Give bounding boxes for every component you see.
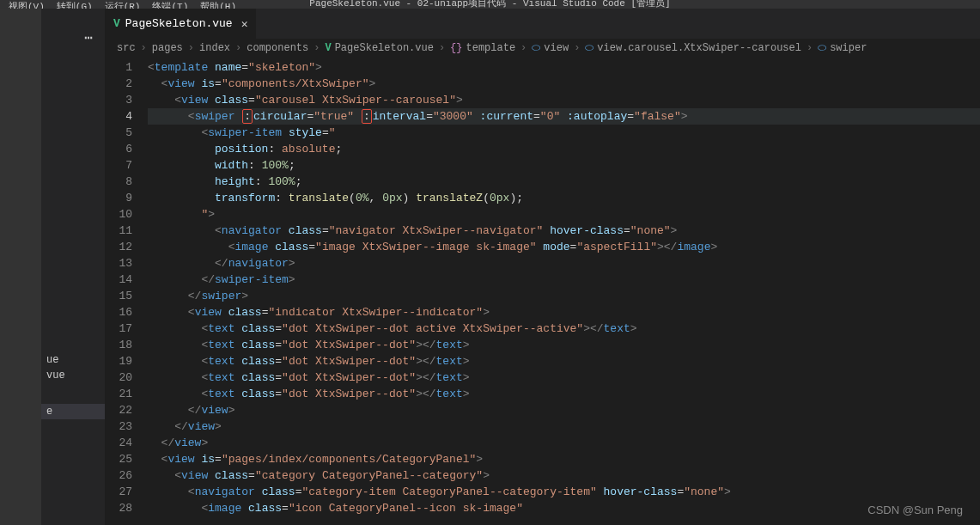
bc-item[interactable]: template [466,42,516,54]
menu-run[interactable]: 运行(R) [105,0,141,9]
code-editor[interactable]: 1234567891011121314151617181920212223242… [105,58,980,525]
menu-terminal[interactable]: 终端(T) [152,0,188,9]
bc-item[interactable]: view.carousel.XtxSwiper--carousel [597,42,801,54]
vue-icon: V [113,17,120,30]
sidebar-item[interactable]: vue [41,368,105,383]
bc-item[interactable]: swiper [830,42,867,54]
tab-pageskeleton[interactable]: V PageSkeleton.vue ✕ [105,9,257,39]
bc-item[interactable]: index [199,42,230,54]
window-title: PageSkeleton.vue - 02-uniapp项目代码 - Visua… [309,0,670,9]
vue-icon: V [325,42,331,54]
symbol-icon: ⬭ [585,42,593,54]
menu-view[interactable]: 视图(V) [9,0,45,9]
breadcrumbs[interactable]: src› pages› index› components› V PageSke… [105,39,980,58]
bc-item[interactable]: components [247,42,308,54]
ellipsis-icon[interactable]: ⋯ [84,29,93,46]
sidebar[interactable]: ue vue e [41,9,105,525]
sidebar-item[interactable]: ue [41,352,105,368]
symbol-icon: ⬭ [532,42,540,54]
bc-item[interactable]: pages [152,42,183,54]
menu-goto[interactable]: 转到(G) [57,0,93,9]
bc-item[interactable]: view [544,42,569,54]
tabs: V PageSkeleton.vue ✕ [105,9,980,39]
code-content[interactable]: <template name="skeleton"> <view is="com… [148,58,980,525]
gutter: 1234567891011121314151617181920212223242… [105,58,148,525]
sidebar-item[interactable]: e [41,404,105,419]
activity-bar [0,9,41,525]
symbol-icon: ⬭ [818,42,826,54]
menu-help[interactable]: 帮助(H) [200,0,236,9]
bc-item[interactable]: src [117,42,136,54]
braces-icon: {} [450,42,462,54]
editor-group: V PageSkeleton.vue ✕ src› pages› index› … [105,9,980,525]
close-icon[interactable]: ✕ [241,17,248,31]
tab-label: PageSkeleton.vue [125,17,233,30]
watermark: CSDN @Sun Peng [867,504,963,516]
bc-item[interactable]: PageSkeleton.vue [335,42,434,54]
